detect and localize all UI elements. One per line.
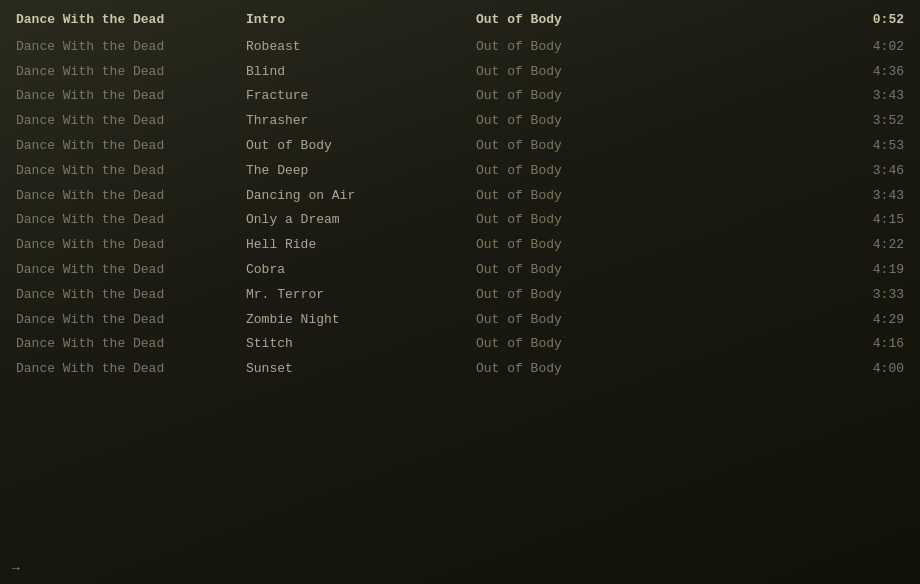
track-duration: 4:22 bbox=[656, 235, 904, 256]
track-artist: Dance With the Dead bbox=[16, 235, 246, 256]
track-duration: 3:52 bbox=[656, 111, 904, 132]
track-album: Out of Body bbox=[476, 285, 656, 306]
track-album: Out of Body bbox=[476, 136, 656, 157]
track-row[interactable]: Dance With the DeadBlindOut of Body4:36 bbox=[0, 60, 920, 85]
track-album: Out of Body bbox=[476, 260, 656, 281]
track-album: Out of Body bbox=[476, 111, 656, 132]
track-album: Out of Body bbox=[476, 334, 656, 355]
track-duration: 4:29 bbox=[656, 310, 904, 331]
track-artist: Dance With the Dead bbox=[16, 111, 246, 132]
track-row[interactable]: Dance With the DeadZombie NightOut of Bo… bbox=[0, 308, 920, 333]
track-duration: 4:36 bbox=[656, 62, 904, 83]
track-row[interactable]: Dance With the DeadOnly a DreamOut of Bo… bbox=[0, 208, 920, 233]
track-album: Out of Body bbox=[476, 161, 656, 182]
track-album: Out of Body bbox=[476, 235, 656, 256]
track-duration: 4:16 bbox=[656, 334, 904, 355]
track-title: Only a Dream bbox=[246, 210, 476, 231]
track-row[interactable]: Dance With the DeadThe DeepOut of Body3:… bbox=[0, 159, 920, 184]
track-duration: 4:02 bbox=[656, 37, 904, 58]
track-title: Hell Ride bbox=[246, 235, 476, 256]
track-album: Out of Body bbox=[476, 310, 656, 331]
header-duration: 0:52 bbox=[656, 10, 904, 31]
track-album: Out of Body bbox=[476, 359, 656, 380]
track-duration: 4:00 bbox=[656, 359, 904, 380]
arrow-indicator: → bbox=[12, 561, 20, 576]
track-title: Zombie Night bbox=[246, 310, 476, 331]
track-title: Blind bbox=[246, 62, 476, 83]
track-row[interactable]: Dance With the DeadDancing on AirOut of … bbox=[0, 184, 920, 209]
track-row[interactable]: Dance With the DeadThrasherOut of Body3:… bbox=[0, 109, 920, 134]
track-title: Dancing on Air bbox=[246, 186, 476, 207]
track-album: Out of Body bbox=[476, 86, 656, 107]
track-title: Mr. Terror bbox=[246, 285, 476, 306]
track-duration: 3:46 bbox=[656, 161, 904, 182]
track-album: Out of Body bbox=[476, 37, 656, 58]
track-row[interactable]: Dance With the DeadHell RideOut of Body4… bbox=[0, 233, 920, 258]
track-row[interactable]: Dance With the DeadSunsetOut of Body4:00 bbox=[0, 357, 920, 382]
track-title: Cobra bbox=[246, 260, 476, 281]
track-row[interactable]: Dance With the DeadCobraOut of Body4:19 bbox=[0, 258, 920, 283]
track-title: Out of Body bbox=[246, 136, 476, 157]
track-title: Stitch bbox=[246, 334, 476, 355]
track-title: Fracture bbox=[246, 86, 476, 107]
track-artist: Dance With the Dead bbox=[16, 260, 246, 281]
track-duration: 4:53 bbox=[656, 136, 904, 157]
track-artist: Dance With the Dead bbox=[16, 136, 246, 157]
track-album: Out of Body bbox=[476, 62, 656, 83]
track-duration: 4:15 bbox=[656, 210, 904, 231]
track-title: Sunset bbox=[246, 359, 476, 380]
track-artist: Dance With the Dead bbox=[16, 186, 246, 207]
track-duration: 4:19 bbox=[656, 260, 904, 281]
track-artist: Dance With the Dead bbox=[16, 310, 246, 331]
track-list-header: Dance With the Dead Intro Out of Body 0:… bbox=[0, 8, 920, 35]
track-row[interactable]: Dance With the DeadStitchOut of Body4:16 bbox=[0, 332, 920, 357]
track-title: The Deep bbox=[246, 161, 476, 182]
track-list: Dance With the Dead Intro Out of Body 0:… bbox=[0, 0, 920, 390]
track-artist: Dance With the Dead bbox=[16, 62, 246, 83]
track-artist: Dance With the Dead bbox=[16, 285, 246, 306]
track-artist: Dance With the Dead bbox=[16, 86, 246, 107]
track-artist: Dance With the Dead bbox=[16, 161, 246, 182]
track-album: Out of Body bbox=[476, 186, 656, 207]
track-row[interactable]: Dance With the DeadOut of BodyOut of Bod… bbox=[0, 134, 920, 159]
header-album: Out of Body bbox=[476, 10, 656, 31]
track-row[interactable]: Dance With the DeadFractureOut of Body3:… bbox=[0, 84, 920, 109]
track-artist: Dance With the Dead bbox=[16, 210, 246, 231]
track-artist: Dance With the Dead bbox=[16, 37, 246, 58]
track-duration: 3:43 bbox=[656, 86, 904, 107]
track-row[interactable]: Dance With the DeadMr. TerrorOut of Body… bbox=[0, 283, 920, 308]
header-artist: Dance With the Dead bbox=[16, 10, 246, 31]
track-title: Robeast bbox=[246, 37, 476, 58]
track-album: Out of Body bbox=[476, 210, 656, 231]
track-artist: Dance With the Dead bbox=[16, 334, 246, 355]
track-row[interactable]: Dance With the DeadRobeastOut of Body4:0… bbox=[0, 35, 920, 60]
track-duration: 3:43 bbox=[656, 186, 904, 207]
header-title: Intro bbox=[246, 10, 476, 31]
track-duration: 3:33 bbox=[656, 285, 904, 306]
track-artist: Dance With the Dead bbox=[16, 359, 246, 380]
track-title: Thrasher bbox=[246, 111, 476, 132]
